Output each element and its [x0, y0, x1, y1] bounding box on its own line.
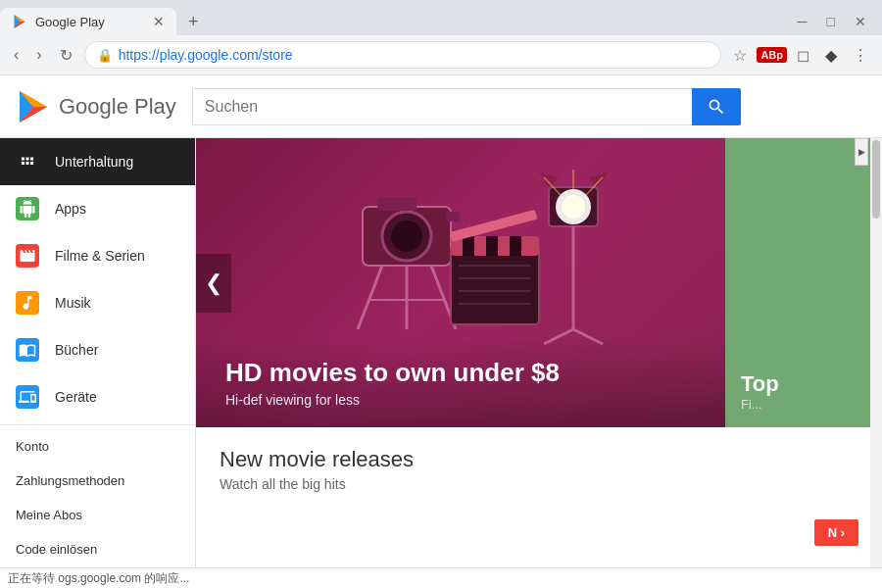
svg-rect-12	[446, 212, 460, 221]
browser-actions: ☆ ABp ◻ ◆ ⋮	[727, 42, 874, 69]
sidebar-item-label-geraete: Geräte	[55, 389, 97, 405]
search-icon	[707, 97, 726, 117]
sidebar-item-label-apps: Apps	[55, 201, 86, 217]
search-bar	[192, 88, 741, 125]
musik-icon	[16, 291, 39, 315]
url-display: https://play.google.com/store	[119, 47, 293, 63]
svg-rect-17	[451, 246, 539, 324]
sidebar-item-unterhaltung[interactable]: Unterhaltung	[0, 138, 195, 185]
sidebar-item-buecher[interactable]: Bücher	[0, 326, 195, 373]
security-icon: 🔒	[97, 48, 113, 63]
gplay-logo-icon	[16, 89, 51, 124]
svg-rect-11	[377, 197, 416, 211]
new-releases-button[interactable]: N ›	[814, 519, 858, 546]
sidebar-item-apps[interactable]: Apps	[0, 185, 195, 232]
sidebar-item-label-musik: Musik	[55, 295, 91, 311]
svg-rect-21	[510, 236, 521, 256]
sidebar-item-label-filme: Filme & Serien	[55, 248, 145, 264]
search-button[interactable]	[692, 88, 741, 125]
banner-prev-button[interactable]: ❮	[196, 254, 231, 313]
content-area: HD movies to own under $8 Hi-def viewing…	[196, 138, 882, 567]
scrollbar-thumb[interactable]	[872, 140, 880, 219]
svg-line-13	[358, 266, 382, 329]
section-title: New movie releases	[220, 447, 858, 472]
maximize-button[interactable]: □	[819, 14, 843, 29]
gplay-header: Google Play	[0, 75, 882, 138]
browser-toolbar: ‹ › ↻ 🔒 https://play.google.com/store ☆ …	[0, 35, 882, 74]
sidebar-link-konto[interactable]: Konto	[0, 429, 195, 464]
extension-2-button[interactable]: ◻	[791, 42, 815, 69]
gplay-logo-text: Google Play	[59, 94, 176, 120]
address-bar[interactable]: 🔒 https://play.google.com/store	[84, 41, 722, 69]
close-window-button[interactable]: ✕	[847, 14, 874, 29]
active-tab[interactable]: Google Play ✕	[0, 8, 176, 35]
banner-text: HD movies to own under $8 Hi-def viewing…	[196, 338, 725, 427]
tab-bar: Google Play ✕ + ─ □ ✕	[0, 0, 882, 35]
sidebar-link-meine-abos[interactable]: Meine Abos	[0, 498, 195, 532]
bookmark-button[interactable]: ☆	[727, 42, 753, 69]
status-bar: 正在等待 ogs.google.com 的响应...	[0, 567, 882, 588]
sidebar-link-zahlungsmethoden[interactable]: Zahlungsmethoden	[0, 464, 195, 498]
banner-slide: HD movies to own under $8 Hi-def viewing…	[196, 138, 882, 427]
sidebar-divider	[0, 424, 195, 425]
sidebar-item-label-buecher: Bücher	[55, 342, 98, 358]
tab-title: Google Play	[35, 15, 105, 29]
browser-chrome: Google Play ✕ + ─ □ ✕ ‹ › ↻ 🔒 https://pl…	[0, 0, 882, 75]
svg-point-29	[562, 195, 585, 219]
svg-rect-20	[486, 236, 498, 256]
extension-adblock-button[interactable]: ABp	[757, 47, 787, 63]
banner-main: HD movies to own under $8 Hi-def viewing…	[196, 138, 725, 427]
banner-side-title: Top	[741, 371, 866, 397]
gplay-logo: Google Play	[16, 89, 176, 124]
reload-button[interactable]: ↻	[54, 42, 78, 69]
banner-side: Top Fi...	[725, 138, 882, 427]
minimize-button[interactable]: ─	[790, 14, 815, 29]
banner-title: HD movies to own under $8	[225, 358, 696, 388]
scrollbar[interactable]	[870, 138, 882, 567]
buecher-icon	[16, 338, 39, 362]
new-tab-button[interactable]: +	[180, 12, 207, 32]
banner-container: HD movies to own under $8 Hi-def viewing…	[196, 138, 882, 427]
new-releases-section: New movie releases Watch all the big hit…	[196, 427, 882, 492]
extension-3-button[interactable]: ◆	[819, 42, 843, 69]
section-subtitle: Watch all the big hits	[220, 476, 858, 492]
geraete-icon	[16, 385, 39, 409]
banner-subtitle: Hi-def viewing for less	[225, 392, 696, 408]
banner-side-subtitle: Fi...	[741, 397, 866, 412]
tab-favicon	[12, 14, 27, 29]
sidebar: Unterhaltung Apps Filme & Serien Musik	[0, 138, 196, 567]
filme-icon	[16, 244, 39, 268]
sidebar-item-filme[interactable]: Filme & Serien	[0, 232, 195, 279]
status-text: 正在等待 ogs.google.com 的响应...	[8, 570, 189, 587]
sidebar-item-label-unterhaltung: Unterhaltung	[55, 154, 133, 170]
sidebar-link-geschenkkarte[interactable]: Geschenkkarte kaufen	[0, 566, 195, 567]
back-button[interactable]: ‹	[8, 42, 24, 68]
banner-illustration	[304, 148, 617, 354]
search-input[interactable]	[192, 88, 692, 125]
tab-close-btn[interactable]: ✕	[153, 14, 165, 29]
forward-button[interactable]: ›	[30, 42, 47, 68]
svg-rect-19	[463, 236, 474, 256]
unterhaltung-icon	[16, 150, 39, 173]
sidebar-item-geraete[interactable]: Geräte	[0, 373, 195, 420]
apps-icon	[16, 197, 39, 220]
sidebar-link-code-einloesen[interactable]: Code einlösen	[0, 532, 195, 566]
sidebar-item-musik[interactable]: Musik	[0, 279, 195, 326]
svg-point-10	[391, 220, 422, 252]
main-layout: Unterhaltung Apps Filme & Serien Musik	[0, 138, 882, 567]
chrome-menu-button[interactable]: ⋮	[847, 42, 874, 69]
content-action-icon: ▶	[858, 147, 865, 157]
content-action-button[interactable]: ▶	[855, 138, 868, 166]
